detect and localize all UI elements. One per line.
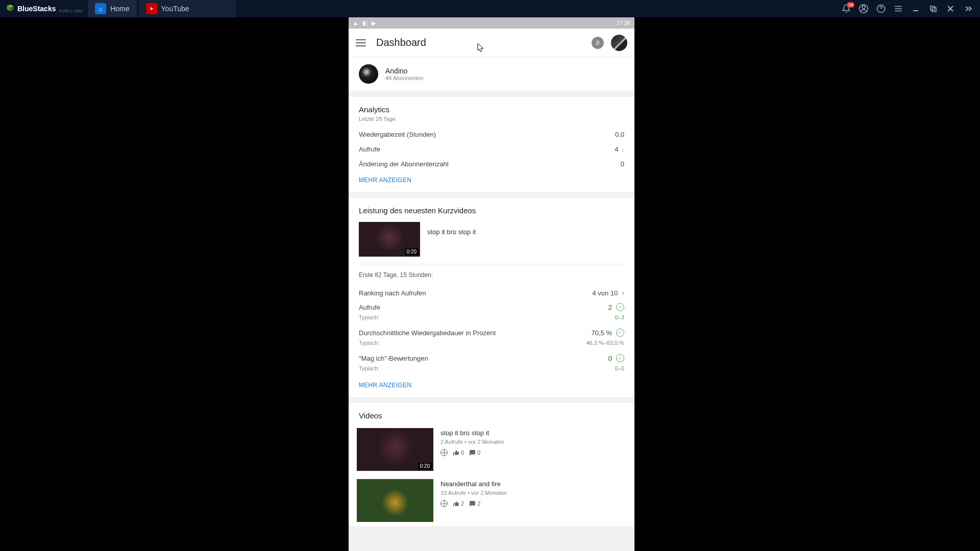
latest-video-card: Leistung des neuesten Kurzvideos 0:20 st… — [349, 198, 634, 397]
page-title: Dashboard — [376, 37, 426, 48]
typical-value: 0–0 — [615, 365, 624, 371]
video-thumbnail: 0:20 — [359, 222, 420, 257]
svg-point-0 — [862, 6, 865, 9]
hamburger-icon[interactable] — [356, 39, 366, 46]
ranking-row[interactable]: Ranking nach Aufrufen 4 von 10› — [359, 286, 624, 300]
analytics-period: Letzte 28 Tage — [359, 116, 624, 122]
notif-badge: 13 — [847, 2, 854, 8]
notifications-icon[interactable]: 13 — [841, 4, 851, 14]
check-icon: ✓ — [616, 329, 624, 337]
analytics-title: Analytics — [359, 105, 624, 114]
bluestacks-version: 4.280.1.1002 — [59, 9, 83, 13]
stat-row: Aufrufe 4↓ — [359, 142, 624, 157]
perf-intro: Erste 82 Tage, 15 Stunden: — [359, 271, 624, 279]
metric-typical-row: Typisch: 0–0 — [359, 365, 624, 377]
header-badge[interactable]: 0 — [592, 37, 604, 49]
tab-home-label: Home — [110, 5, 129, 13]
typical-value: 46,3 %–83,0 % — [586, 340, 624, 346]
likes-stat: 2 — [453, 500, 464, 507]
video-duration: 0:20 — [405, 248, 419, 255]
ranking-label: Ranking nach Aufrufen — [359, 289, 426, 297]
visibility-public-icon — [440, 500, 448, 507]
header-avatar[interactable] — [611, 35, 627, 51]
typical-label: Typisch: — [359, 340, 379, 346]
tab-youtube[interactable]: YouTube — [139, 0, 236, 17]
stat-value: 4 — [615, 145, 618, 153]
channel-card[interactable]: Andino 49 Abonnenten — [349, 57, 634, 91]
video-thumbnail: 0:20 — [357, 428, 433, 471]
metric-row: Durchschnittliche Wiedergabedauer in Pro… — [359, 325, 624, 340]
stat-label: Wiedergabezeit (Stunden) — [359, 131, 436, 138]
expand-icon[interactable] — [963, 4, 973, 14]
close-icon[interactable] — [945, 4, 955, 14]
metric-label: "Mag ich"-Bewertungen — [359, 355, 428, 362]
thumbs-up-icon — [453, 449, 459, 456]
latest-video-preview[interactable]: 0:20 stop it bro stop it — [349, 217, 634, 264]
metric-row: "Mag ich"-Bewertungen 0✓ — [359, 351, 624, 365]
video-list-item[interactable]: 0:20 stop it bro stop it 2 Aufrufe • vor… — [349, 424, 634, 475]
video-thumbnail — [357, 479, 433, 522]
analytics-more-link[interactable]: MEHR ANZEIGEN — [359, 171, 624, 186]
metric-label: Aufrufe — [359, 304, 380, 311]
video-list-item[interactable]: Neanderthal and fire 10 Aufrufe • vor 2 … — [349, 475, 634, 526]
check-icon: ✓ — [616, 354, 624, 362]
stat-row: Änderung der Abonnentenzahl 0 — [359, 157, 624, 171]
videos-title: Videos — [359, 411, 624, 420]
home-icon: ⌂ — [95, 3, 106, 14]
metric-row: Aufrufe 2✓ — [359, 300, 624, 314]
bluestacks-logo: BlueStacks 4.280.1.1002 — [2, 4, 86, 14]
channel-name: Andino — [385, 67, 423, 75]
svg-rect-3 — [930, 6, 935, 10]
stat-row: Wiedergabezeit (Stunden) 0,0 — [359, 127, 624, 142]
bluestacks-titlebar: BlueStacks 4.280.1.1002 ⌂ Home YouTube 1… — [0, 0, 980, 17]
metric-typical-row: Typisch: 0–3 — [359, 314, 624, 325]
comment-icon — [469, 449, 476, 456]
menu-icon[interactable] — [893, 4, 903, 14]
video-meta: 10 Aufrufe • vor 2 Monaten — [440, 490, 626, 496]
minimize-icon[interactable] — [911, 4, 921, 14]
svg-rect-4 — [932, 8, 936, 12]
visibility-public-icon — [440, 449, 448, 456]
status-play-icon: ▶ — [372, 20, 376, 27]
video-title: Neanderthal and fire — [440, 480, 626, 488]
video-title: stop it bro stop it — [440, 429, 626, 437]
channel-avatar — [359, 64, 378, 84]
typical-label: Typisch: — [359, 365, 379, 371]
bluestacks-brand: BlueStacks — [17, 5, 56, 13]
typical-value: 0–3 — [615, 314, 624, 320]
check-icon: ✓ — [616, 303, 624, 311]
typical-label: Typisch: — [359, 314, 379, 320]
tab-home[interactable]: ⌂ Home — [88, 0, 136, 17]
youtube-icon — [146, 3, 157, 14]
latest-more-link[interactable]: MEHR ANZEIGEN — [359, 377, 624, 391]
stat-label: Änderung der Abonnentenzahl — [359, 160, 449, 168]
videos-card: Videos 0:20 stop it bro stop it 2 Aufruf… — [349, 403, 634, 526]
ranking-value: 4 von 10 — [592, 289, 618, 297]
account-icon[interactable] — [859, 4, 869, 14]
android-viewport: ▲ ◧ ▶ 17:36 Dashboard 0 Andino 49 Abonne… — [349, 17, 634, 551]
content-scroll[interactable]: Andino 49 Abonnenten Analytics Letzte 28… — [349, 57, 634, 551]
titlebar-right: 13 — [841, 4, 978, 14]
latest-video-title: stop it bro stop it — [427, 222, 476, 257]
android-status-bar: ▲ ◧ ▶ 17:36 — [349, 17, 634, 29]
metric-value: 2 — [608, 304, 612, 311]
comments-stat: 2 — [469, 500, 480, 507]
stat-label: Aufrufe — [359, 145, 380, 153]
metric-label: Durchschnittliche Wiedergabedauer in Pro… — [359, 329, 496, 337]
channel-subs: 49 Abonnenten — [385, 75, 423, 81]
likes-stat: 0 — [453, 449, 464, 456]
status-app-icon: ◧ — [362, 20, 368, 27]
chevron-right-icon: › — [622, 289, 624, 297]
metric-value: 70,5 % — [592, 329, 612, 337]
bluestacks-logo-icon — [5, 4, 15, 14]
tab-youtube-label: YouTube — [161, 5, 189, 13]
video-duration: 0:20 — [418, 463, 432, 469]
stat-value: 0,0 — [615, 131, 624, 138]
thumbs-up-icon — [453, 500, 459, 507]
video-meta: 2 Aufrufe • vor 2 Monaten — [440, 439, 626, 445]
help-icon[interactable] — [876, 4, 886, 14]
comment-icon — [469, 500, 476, 507]
maximize-icon[interactable] — [928, 4, 938, 14]
stat-value: 0 — [621, 160, 624, 168]
status-warning-icon: ▲ — [353, 20, 358, 27]
